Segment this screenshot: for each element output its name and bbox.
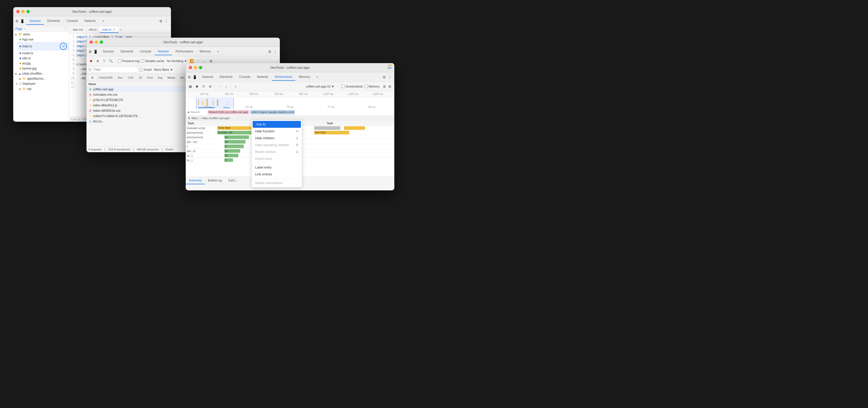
tab-sources[interactable]: Sources <box>100 48 117 55</box>
tree-item-routerts[interactable]: ■ router.ts <box>17 51 69 56</box>
flame-bar-yz[interactable]: yz <box>224 136 249 139</box>
more-icon[interactable] <box>387 75 392 80</box>
tab-more[interactable]: » <box>99 18 107 25</box>
perf-tab-calltree[interactable]: Call t... <box>225 177 241 184</box>
close-button[interactable] <box>90 40 93 44</box>
tab-elements[interactable]: Elements <box>118 48 136 55</box>
disable-cache-checkbox[interactable] <box>141 59 144 63</box>
invert-label[interactable]: Invert <box>140 68 152 71</box>
more-icon[interactable] <box>273 49 278 54</box>
tab-more[interactable]: » <box>214 48 222 55</box>
tab-sources[interactable]: Sources <box>199 74 216 81</box>
tree-item-adjpg[interactable]: ■ ad.jpg <box>17 61 69 66</box>
more-icon[interactable] <box>164 19 169 24</box>
perf-tab-bottomup[interactable]: Bottom-up <box>205 177 225 184</box>
timeline-chart[interactable]: 62 ms 67 ms 72 ms 77 ms 82 ms <box>186 97 394 109</box>
tab-console[interactable]: Console <box>137 48 154 55</box>
record-stop-button[interactable]: ⏺ <box>89 59 94 64</box>
tab-memory[interactable]: Memory <box>296 74 313 81</box>
filter-tab-css[interactable]: CSS <box>126 75 136 80</box>
flame-bar-e[interactable]: e <box>224 158 233 162</box>
context-menu-item-askai[interactable]: Ask AI <box>253 121 301 128</box>
preserve-log-label[interactable]: Preserve log <box>118 59 139 63</box>
tree-item-maints[interactable]: ■ main.ts ↺ <box>17 42 69 51</box>
filter-tab-media[interactable]: Media <box>165 75 177 80</box>
perf-tab-summary[interactable]: Summary <box>186 177 205 184</box>
screenshots-label[interactable]: Screenshots <box>341 85 363 88</box>
tab-sources[interactable]: Sources <box>27 18 44 25</box>
tree-item-top[interactable]: ▶ 📁 top <box>17 86 69 91</box>
maximize-button[interactable] <box>199 66 202 69</box>
home-button[interactable]: ⌂ <box>233 84 238 89</box>
filter-tab-js[interactable]: JS <box>136 75 144 80</box>
clear-button[interactable]: ⊗ <box>95 59 100 64</box>
close-button[interactable] <box>16 10 20 13</box>
filter-tab-img[interactable]: Img <box>155 75 164 80</box>
upload-button[interactable]: ↑ <box>217 84 222 89</box>
tab-performance[interactable]: Performance <box>272 74 296 81</box>
editor-tab-appvue[interactable]: App.vue <box>70 27 86 33</box>
flame-bar-wz[interactable]: wz <box>224 140 246 144</box>
context-menu-item-hide-function[interactable]: Hide function H <box>252 128 302 135</box>
reload-record-button[interactable]: ↺ <box>201 84 206 89</box>
filter-tab-font[interactable]: Font <box>145 75 155 80</box>
preserve-log-checkbox[interactable] <box>118 59 121 63</box>
tab-network[interactable]: Network <box>82 18 99 25</box>
download-button[interactable]: ↓ <box>202 59 207 64</box>
tab-console[interactable]: Console <box>236 74 253 81</box>
tree-item-ajax[interactable]: ▶ 📁 ajax/libs/nor... <box>17 76 69 81</box>
maximize-button[interactable] <box>27 10 30 13</box>
tab-performance[interactable]: Performance <box>173 48 196 55</box>
screenshots-checkbox[interactable] <box>341 85 345 88</box>
search-button[interactable]: 🔍 <box>108 59 114 64</box>
tree-item-store[interactable]: ▶ 📁 store <box>13 32 69 37</box>
invert-checkbox[interactable] <box>140 68 143 71</box>
page-label[interactable]: Page <box>15 27 22 31</box>
disable-cache-label[interactable]: Disable cache <box>141 59 164 63</box>
more-filters-button[interactable]: More filters ▼ <box>153 67 174 72</box>
refresh-button-sources[interactable]: ↺ <box>60 43 67 50</box>
minimize-button[interactable] <box>95 40 98 44</box>
editor-tabs-more[interactable]: » <box>119 28 123 32</box>
filter-tab-doc[interactable]: Doc <box>116 75 125 80</box>
flame-bar-gray[interactable] <box>314 126 341 130</box>
tree-item-cdnjs[interactable]: ▶ ☁ cdnjs.cloudflar... <box>13 71 69 76</box>
target-dropdown[interactable]: coffee-cart.app #2 ▼ <box>305 84 335 89</box>
settings-icon[interactable] <box>388 84 392 89</box>
editor-tab-maints[interactable]: main.ts ✕ <box>100 27 118 33</box>
filter-tab-all[interactable]: All <box>89 75 96 80</box>
download-button[interactable]: ↓ <box>224 84 229 89</box>
record-button[interactable]: ⏺ <box>194 84 199 89</box>
close-button[interactable] <box>189 66 192 69</box>
tree-item-bannerjpg[interactable]: ■ banner.jpg <box>17 66 69 71</box>
flame-bar-gy[interactable]: gy <box>224 149 240 153</box>
tab-elements[interactable]: Elements <box>44 18 63 25</box>
settings-icon[interactable] <box>382 75 387 80</box>
throttling-dropdown[interactable]: No throttling ▼ <box>166 59 188 63</box>
flame-bar-by[interactable]: by <box>224 154 238 157</box>
flame-bar-timer2[interactable] <box>344 126 365 130</box>
tree-item-appvue[interactable]: ■ App.vue <box>17 37 69 42</box>
editor-close-icon[interactable]: ✕ <box>112 28 116 31</box>
maximize-button[interactable] <box>100 40 103 44</box>
filter-button[interactable]: ▽ <box>102 59 107 64</box>
flame-bar-tz[interactable]: tz <box>224 145 244 148</box>
tab-memory[interactable]: Memory <box>197 48 214 55</box>
minimize-button[interactable] <box>194 66 197 69</box>
flame-bar-timer3[interactable]: imer fired <box>314 131 349 135</box>
memory-checkbox[interactable] <box>364 85 368 88</box>
tab-network[interactable]: Network <box>254 74 271 81</box>
context-menu-item-hide-children[interactable]: Hide children C <box>252 135 302 142</box>
clear-button[interactable]: ⊗ <box>208 84 213 89</box>
tree-item-utilsts[interactable]: ■ utils.ts <box>17 56 69 61</box>
tree-item-deployed[interactable]: ▼ ⬡ Deployed <box>13 81 69 86</box>
context-menu-item-label-entry[interactable]: Label entry <box>252 164 302 171</box>
filter-tab-fetch[interactable]: Fetch/XHR <box>97 75 115 80</box>
sidebar-more-icon[interactable]: ⋮ <box>64 27 67 31</box>
settings-icon[interactable] <box>209 59 213 64</box>
tab-network[interactable]: Network <box>155 48 172 55</box>
tab-console[interactable]: Console <box>64 18 81 25</box>
upload-button[interactable]: ↑ <box>195 59 200 64</box>
settings-icon[interactable] <box>267 49 272 54</box>
settings-icon[interactable] <box>158 19 163 24</box>
